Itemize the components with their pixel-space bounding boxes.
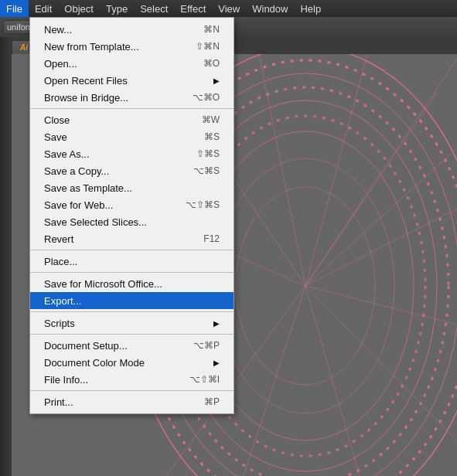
menu-item-scripts[interactable]: Scripts▶ xyxy=(30,314,234,332)
menu-item-label: Print... xyxy=(44,396,189,408)
menubar-item-help[interactable]: Help xyxy=(294,0,327,17)
menu-item-open-recent[interactable]: Open Recent Files▶ xyxy=(30,72,234,89)
menu-item-label: Save As... xyxy=(44,148,181,160)
menu-item-save-template[interactable]: Save as Template... xyxy=(30,179,234,196)
menu-item-label: Save a Copy... xyxy=(44,165,178,177)
menubar: File Edit Object Type Select Effect View… xyxy=(0,0,457,17)
menu-item-shortcut: ⌥⌘S xyxy=(193,165,220,176)
menu-item-print[interactable]: Print...⌘P xyxy=(30,393,234,410)
menu-item-save[interactable]: Save⌘S xyxy=(30,128,234,145)
menu-item-label: Place... xyxy=(44,256,220,267)
menu-item-browse[interactable]: Browse in Bridge...⌥⌘O xyxy=(30,89,234,106)
menu-item-label: Close xyxy=(44,114,186,126)
menu-item-save-web[interactable]: Save for Web...⌥⇧⌘S xyxy=(30,196,234,213)
menu-item-submenu-arrow: ▶ xyxy=(213,76,220,85)
menu-separator xyxy=(30,108,234,109)
menu-item-label: Save Selected Slices... xyxy=(44,216,220,228)
ai-icon: Ai xyxy=(20,43,28,52)
menu-item-label: Document Setup... xyxy=(44,340,178,352)
menu-item-shortcut: ⌥⇧⌘S xyxy=(186,199,220,210)
menu-item-label: Open Recent Files xyxy=(44,75,207,87)
menu-item-label: File Info... xyxy=(44,374,174,386)
menu-item-label: Save for Web... xyxy=(44,199,170,211)
menu-item-label: Export... xyxy=(44,295,220,307)
menu-item-close[interactable]: Close⌘W xyxy=(30,111,234,128)
menu-item-submenu-arrow: ▶ xyxy=(213,319,220,328)
menu-item-label: Document Color Mode xyxy=(44,357,207,369)
menu-separator xyxy=(30,272,234,273)
file-menu: New...⌘NNew from Template...⇧⌘NOpen...⌘O… xyxy=(29,17,234,414)
menu-item-save-slices[interactable]: Save Selected Slices... xyxy=(30,213,234,230)
menu-item-shortcut: ⌥⌘P xyxy=(193,340,220,351)
menu-item-revert[interactable]: RevertF12 xyxy=(30,230,234,247)
menu-item-label: Save for Microsoft Office... xyxy=(44,278,220,290)
menu-separator xyxy=(30,334,234,335)
menu-item-shortcut: ⇧⌘N xyxy=(196,41,220,52)
menu-item-shortcut: ⌘S xyxy=(204,131,220,142)
menu-item-file-info[interactable]: File Info...⌥⇧⌘I xyxy=(30,371,234,388)
menu-item-label: New... xyxy=(44,24,188,36)
menu-item-shortcut: ⇧⌘S xyxy=(196,148,220,159)
menu-item-export[interactable]: Export... xyxy=(30,292,234,309)
menu-item-submenu-arrow: ▶ xyxy=(213,359,220,367)
menu-item-shortcut: F12 xyxy=(203,233,220,244)
menu-item-shortcut: ⌘N xyxy=(203,24,220,35)
menubar-item-view[interactable]: View xyxy=(212,0,246,17)
menu-item-label: Open... xyxy=(44,58,188,70)
menubar-item-edit[interactable]: Edit xyxy=(29,0,58,17)
menu-item-new[interactable]: New...⌘N xyxy=(30,21,234,38)
menu-item-new-template[interactable]: New from Template...⇧⌘N xyxy=(30,38,234,55)
menu-item-place[interactable]: Place... xyxy=(30,253,234,270)
menubar-item-type[interactable]: Type xyxy=(100,0,134,17)
menubar-item-window[interactable]: Window xyxy=(246,0,294,17)
menu-item-save-copy[interactable]: Save a Copy...⌥⌘S xyxy=(30,162,234,179)
menu-item-label: Browse in Bridge... xyxy=(44,92,177,104)
menubar-item-file[interactable]: File xyxy=(0,0,29,17)
menu-item-save-as[interactable]: Save As...⇧⌘S xyxy=(30,145,234,162)
sidebar xyxy=(0,17,12,476)
menu-item-label: Revert xyxy=(44,233,188,245)
menu-item-shortcut: ⌘P xyxy=(204,396,220,407)
menu-item-label: Scripts xyxy=(44,318,207,329)
menu-item-shortcut: ⌥⌘O xyxy=(193,92,220,103)
menu-item-doc-color[interactable]: Document Color Mode▶ xyxy=(30,354,234,371)
menu-item-label: Save as Template... xyxy=(44,182,220,194)
menu-item-shortcut: ⌘W xyxy=(202,114,220,125)
menu-separator xyxy=(30,390,234,391)
menu-item-doc-setup[interactable]: Document Setup...⌥⌘P xyxy=(30,337,234,354)
menubar-item-select[interactable]: Select xyxy=(134,0,174,17)
menubar-item-object[interactable]: Object xyxy=(58,0,100,17)
menu-item-save-ms-office[interactable]: Save for Microsoft Office... xyxy=(30,275,234,292)
menu-item-label: Save xyxy=(44,131,189,143)
menu-item-shortcut: ⌥⇧⌘I xyxy=(189,374,220,385)
menu-item-label: New from Template... xyxy=(44,41,180,53)
menu-item-shortcut: ⌘O xyxy=(203,58,220,69)
menu-separator xyxy=(30,311,234,312)
menu-item-open[interactable]: Open...⌘O xyxy=(30,55,234,72)
menubar-item-effect[interactable]: Effect xyxy=(174,0,212,17)
menu-separator xyxy=(30,250,234,250)
